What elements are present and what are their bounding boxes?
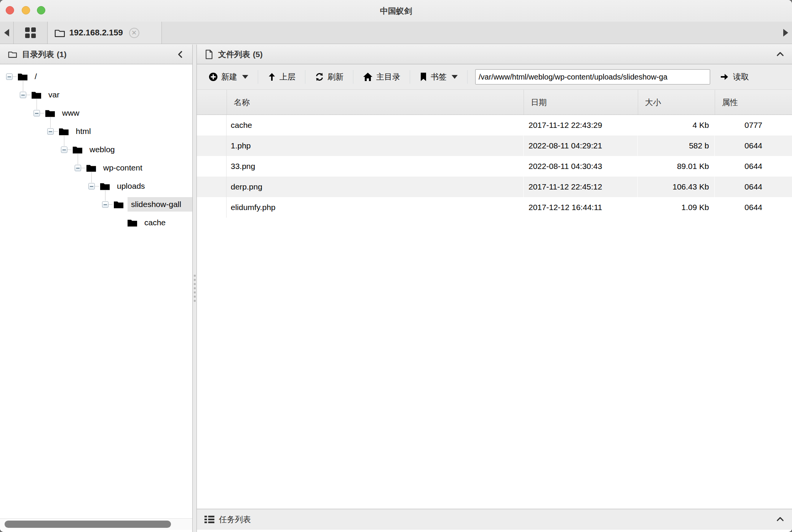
tab-session[interactable]: 192.168.2.159 ✕ <box>48 22 162 44</box>
refresh-button-label: 刷新 <box>327 72 343 82</box>
app-window: 中国蚁剑 192.168.2.159 ✕ 目录列表 (1) <box>0 0 792 532</box>
file-name: cache <box>227 115 524 135</box>
column-attr[interactable]: 属性 <box>715 90 792 115</box>
main-area: 目录列表 (1) / var <box>0 45 792 532</box>
scrollbar-thumb[interactable] <box>5 521 171 528</box>
table-row[interactable]: derp.png 2017-11-12 22:45:12 106.43 Kb 0… <box>197 177 792 197</box>
file-name: elidumfy.php <box>227 197 524 218</box>
collapse-expander-icon[interactable] <box>6 73 13 80</box>
file-icon <box>204 49 214 59</box>
collapse-expander-icon[interactable] <box>75 165 81 171</box>
new-button[interactable]: 新建 <box>199 64 258 89</box>
folder-icon <box>113 199 125 209</box>
tree-node-label: cache <box>144 218 166 227</box>
tree-node-var[interactable]: var <box>0 86 192 104</box>
folder-icon <box>8 50 18 59</box>
file-type-icon-cell <box>197 177 227 197</box>
home-button[interactable]: 主目录 <box>353 64 410 89</box>
file-size: 1.09 Kb <box>638 197 715 218</box>
expand-up-icon[interactable] <box>776 515 784 524</box>
titlebar: 中国蚁剑 <box>0 0 792 22</box>
tab-overview-button[interactable] <box>13 22 48 44</box>
refresh-icon <box>315 72 324 81</box>
directory-panel-header: 目录列表 (1) <box>0 45 192 64</box>
column-icon[interactable] <box>197 90 227 115</box>
file-name: 33.png <box>227 156 524 177</box>
collapse-left-icon[interactable] <box>176 50 185 59</box>
tree-node-html[interactable]: html <box>0 122 192 140</box>
plus-circle-icon <box>209 72 218 81</box>
tree-node-label: html <box>76 127 91 136</box>
tree-node-label: slideshow-gall <box>128 197 192 212</box>
table-row[interactable]: cache 2017-11-12 22:43:29 4 Kb 0777 <box>197 115 792 135</box>
collapse-expander-icon[interactable] <box>47 128 54 135</box>
task-list-icon <box>204 515 214 524</box>
file-attr: 0644 <box>715 177 792 197</box>
table-row[interactable]: 33.png 2022-08-11 04:30:43 89.01 Kb 0644 <box>197 156 792 177</box>
file-size: 582 b <box>638 135 715 156</box>
tree-node-label: var <box>48 90 59 99</box>
arrow-up-icon <box>268 72 276 81</box>
file-panel-title: 文件列表 <box>218 49 250 60</box>
file-attr: 0644 <box>715 197 792 218</box>
table-row[interactable]: 1.php 2022-08-11 04:29:21 582 b 0644 <box>197 135 792 156</box>
tree-node-uploads[interactable]: uploads <box>0 177 192 195</box>
tree-node-www[interactable]: www <box>0 104 192 122</box>
tabs-scroll-right-button[interactable] <box>779 22 792 44</box>
toolbar-separator <box>467 70 468 84</box>
file-toolbar: 新建 上层 刷新 主目录 <box>197 64 792 89</box>
tree-node-label: / <box>35 72 37 81</box>
chevron-down-icon[interactable] <box>452 75 458 79</box>
file-size: 89.01 Kb <box>638 156 715 177</box>
collapse-expander-icon[interactable] <box>88 183 95 190</box>
chevron-down-icon[interactable] <box>242 75 248 79</box>
directory-count-badge: (1) <box>57 50 67 59</box>
directory-panel-title: 目录列表 <box>22 49 54 60</box>
collapse-up-icon[interactable] <box>776 50 784 59</box>
column-date[interactable]: 日期 <box>524 90 638 115</box>
file-type-icon-cell <box>197 197 227 218</box>
tree-node-label: weblog <box>89 145 115 154</box>
file-count-badge: (5) <box>253 50 263 59</box>
read-button[interactable]: 读取 <box>720 72 749 82</box>
tab-close-icon[interactable]: ✕ <box>129 28 139 38</box>
tree-node-label: uploads <box>117 182 145 191</box>
left-arrow-icon <box>4 29 9 37</box>
up-button[interactable]: 上层 <box>258 64 305 89</box>
panel-resize-divider[interactable] <box>192 45 197 532</box>
tree-node-cache[interactable]: cache <box>0 213 192 232</box>
tree-node-weblog[interactable]: weblog <box>0 140 192 159</box>
refresh-button[interactable]: 刷新 <box>305 64 353 89</box>
directory-tree: / var www html <box>0 64 192 518</box>
file-panel-header: 文件列表 (5) <box>197 45 792 64</box>
home-button-label: 主目录 <box>376 72 400 82</box>
task-list-bar[interactable]: 任务列表 <box>197 509 792 530</box>
tabs-scroll-left-button[interactable] <box>0 22 13 44</box>
tab-label: 192.168.2.159 <box>69 28 123 38</box>
file-panel: 文件列表 (5) 新建 上层 <box>197 45 792 532</box>
read-button-label: 读取 <box>733 72 749 82</box>
collapse-expander-icon[interactable] <box>20 92 26 98</box>
file-size: 4 Kb <box>638 115 715 135</box>
tree-node-root[interactable]: / <box>0 67 192 86</box>
column-name[interactable]: 名称 <box>227 90 524 115</box>
column-size[interactable]: 大小 <box>638 90 715 115</box>
tree-node-label: wp-content <box>103 163 142 172</box>
file-type-icon-cell <box>197 115 227 135</box>
file-type-icon-cell <box>197 135 227 156</box>
file-size: 106.43 Kb <box>638 177 715 197</box>
table-row[interactable]: elidumfy.php 2017-12-12 16:44:11 1.09 Kb… <box>197 197 792 218</box>
file-attr: 0777 <box>715 115 792 135</box>
path-input[interactable] <box>475 69 710 84</box>
file-table-header: 名称 日期 大小 属性 <box>197 89 792 115</box>
file-type-icon-cell <box>197 156 227 177</box>
collapse-expander-icon[interactable] <box>61 147 67 153</box>
file-date: 2017-11-12 22:43:29 <box>524 115 638 135</box>
tree-node-wp-content[interactable]: wp-content <box>0 159 192 177</box>
collapse-expander-icon[interactable] <box>34 110 40 116</box>
horizontal-scrollbar[interactable] <box>0 518 192 530</box>
tree-node-label: www <box>62 108 80 118</box>
collapse-expander-icon[interactable] <box>102 201 109 208</box>
bookmark-button[interactable]: 书签 <box>410 64 467 89</box>
tree-node-slideshow-gallery[interactable]: slideshow-gall <box>0 195 192 213</box>
